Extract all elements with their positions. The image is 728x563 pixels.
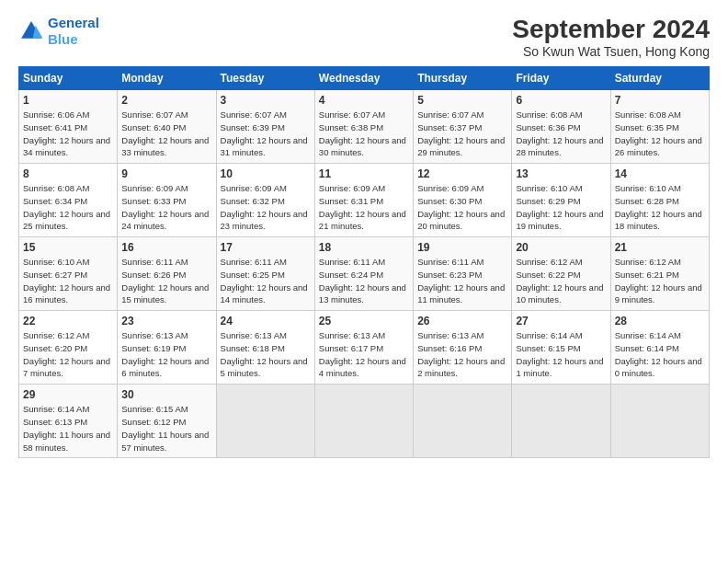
list-item: 2Sunrise: 6:07 AMSunset: 6:40 PMDaylight… [118, 90, 216, 164]
col-sunday: Sunday [19, 67, 118, 90]
day-number: 20 [516, 241, 606, 254]
day-info: Sunrise: 6:07 AMSunset: 6:39 PMDaylight:… [221, 109, 311, 159]
day-info: Sunrise: 6:08 AMSunset: 6:34 PMDaylight:… [23, 182, 113, 233]
list-item: 29Sunrise: 6:14 AMSunset: 6:13 PMDayligh… [19, 385, 118, 458]
day-info: Sunrise: 6:10 AMSunset: 6:27 PMDaylight:… [23, 256, 113, 306]
day-number: 10 [221, 167, 311, 180]
day-number: 5 [417, 94, 507, 107]
calendar-body: 1Sunrise: 6:06 AMSunset: 6:41 PMDaylight… [19, 90, 710, 458]
day-number: 12 [417, 167, 507, 180]
list-item: 28Sunrise: 6:14 AMSunset: 6:14 PMDayligh… [610, 311, 709, 385]
list-item: 17Sunrise: 6:11 AMSunset: 6:25 PMDayligh… [216, 237, 314, 311]
day-number: 23 [121, 315, 211, 327]
day-info: Sunrise: 6:11 AMSunset: 6:24 PMDaylight:… [319, 256, 409, 306]
page-subtitle: So Kwun Wat Tsuen, Hong Kong [512, 44, 710, 59]
col-thursday: Thursday [414, 67, 512, 90]
day-info: Sunrise: 6:09 AMSunset: 6:31 PMDaylight:… [319, 182, 409, 233]
day-info: Sunrise: 6:12 AMSunset: 6:21 PMDaylight:… [615, 256, 705, 306]
logo-text: General Blue [48, 15, 99, 48]
day-info: Sunrise: 6:14 AMSunset: 6:15 PMDaylight:… [516, 329, 606, 380]
day-info: Sunrise: 6:13 AMSunset: 6:18 PMDaylight:… [221, 329, 311, 380]
table-row: 15Sunrise: 6:10 AMSunset: 6:27 PMDayligh… [19, 237, 710, 311]
list-item: 23Sunrise: 6:13 AMSunset: 6:19 PMDayligh… [118, 311, 216, 385]
day-number: 7 [615, 94, 705, 107]
day-info: Sunrise: 6:15 AMSunset: 6:12 PMDaylight:… [121, 403, 211, 454]
day-number: 4 [319, 94, 409, 107]
list-item: 10Sunrise: 6:09 AMSunset: 6:32 PMDayligh… [216, 164, 314, 237]
list-item: 15Sunrise: 6:10 AMSunset: 6:27 PMDayligh… [19, 237, 118, 311]
day-info: Sunrise: 6:13 AMSunset: 6:16 PMDaylight:… [417, 329, 507, 380]
day-info: Sunrise: 6:07 AMSunset: 6:37 PMDaylight:… [417, 109, 507, 159]
day-number: 25 [319, 315, 409, 327]
header: General Blue September 2024 So Kwun Wat … [18, 15, 710, 59]
day-number: 6 [516, 94, 606, 107]
day-number: 29 [23, 388, 113, 401]
list-item [610, 385, 709, 458]
table-row: 29Sunrise: 6:14 AMSunset: 6:13 PMDayligh… [19, 385, 710, 458]
day-info: Sunrise: 6:06 AMSunset: 6:41 PMDaylight:… [23, 109, 113, 159]
table-row: 22Sunrise: 6:12 AMSunset: 6:20 PMDayligh… [19, 311, 710, 385]
day-number: 27 [516, 315, 606, 327]
list-item: 6Sunrise: 6:08 AMSunset: 6:36 PMDaylight… [512, 90, 610, 164]
day-number: 9 [121, 167, 211, 180]
table-row: 8Sunrise: 6:08 AMSunset: 6:34 PMDaylight… [19, 164, 710, 237]
day-info: Sunrise: 6:07 AMSunset: 6:40 PMDaylight:… [121, 109, 211, 159]
list-item: 26Sunrise: 6:13 AMSunset: 6:16 PMDayligh… [414, 311, 512, 385]
calendar-table: Sunday Monday Tuesday Wednesday Thursday… [18, 66, 710, 458]
day-number: 15 [23, 241, 113, 254]
col-monday: Monday [118, 67, 216, 90]
day-number: 3 [221, 94, 311, 107]
day-number: 30 [121, 388, 211, 401]
list-item: 24Sunrise: 6:13 AMSunset: 6:18 PMDayligh… [216, 311, 314, 385]
day-info: Sunrise: 6:09 AMSunset: 6:30 PMDaylight:… [417, 182, 507, 233]
day-number: 18 [319, 241, 409, 254]
list-item [512, 385, 610, 458]
logo-icon [18, 18, 44, 44]
list-item: 19Sunrise: 6:11 AMSunset: 6:23 PMDayligh… [414, 237, 512, 311]
day-info: Sunrise: 6:10 AMSunset: 6:28 PMDaylight:… [615, 182, 705, 233]
list-item: 3Sunrise: 6:07 AMSunset: 6:39 PMDaylight… [216, 90, 314, 164]
list-item: 21Sunrise: 6:12 AMSunset: 6:21 PMDayligh… [610, 237, 709, 311]
col-friday: Friday [512, 67, 610, 90]
list-item: 27Sunrise: 6:14 AMSunset: 6:15 PMDayligh… [512, 311, 610, 385]
list-item: 25Sunrise: 6:13 AMSunset: 6:17 PMDayligh… [314, 311, 413, 385]
page-title: September 2024 [512, 15, 710, 44]
col-saturday: Saturday [610, 67, 709, 90]
day-number: 1 [23, 94, 113, 107]
page: General Blue September 2024 So Kwun Wat … [0, 0, 728, 563]
day-info: Sunrise: 6:09 AMSunset: 6:33 PMDaylight:… [121, 182, 211, 233]
day-number: 26 [417, 315, 507, 327]
day-info: Sunrise: 6:08 AMSunset: 6:35 PMDaylight:… [615, 109, 705, 159]
day-info: Sunrise: 6:13 AMSunset: 6:19 PMDaylight:… [121, 329, 211, 380]
list-item [216, 385, 314, 458]
header-row: Sunday Monday Tuesday Wednesday Thursday… [19, 67, 710, 90]
day-info: Sunrise: 6:14 AMSunset: 6:14 PMDaylight:… [615, 329, 705, 380]
day-number: 21 [615, 241, 705, 254]
day-number: 28 [615, 315, 705, 327]
day-info: Sunrise: 6:07 AMSunset: 6:38 PMDaylight:… [319, 109, 409, 159]
list-item: 4Sunrise: 6:07 AMSunset: 6:38 PMDaylight… [314, 90, 413, 164]
day-info: Sunrise: 6:12 AMSunset: 6:20 PMDaylight:… [23, 329, 113, 380]
list-item: 22Sunrise: 6:12 AMSunset: 6:20 PMDayligh… [19, 311, 118, 385]
day-info: Sunrise: 6:11 AMSunset: 6:26 PMDaylight:… [121, 256, 211, 306]
list-item: 18Sunrise: 6:11 AMSunset: 6:24 PMDayligh… [314, 237, 413, 311]
logo: General Blue [18, 15, 99, 48]
list-item: 8Sunrise: 6:08 AMSunset: 6:34 PMDaylight… [19, 164, 118, 237]
day-number: 2 [121, 94, 211, 107]
list-item: 16Sunrise: 6:11 AMSunset: 6:26 PMDayligh… [118, 237, 216, 311]
day-number: 8 [23, 167, 113, 180]
col-wednesday: Wednesday [314, 67, 413, 90]
title-block: September 2024 So Kwun Wat Tsuen, Hong K… [512, 15, 710, 59]
list-item: 12Sunrise: 6:09 AMSunset: 6:30 PMDayligh… [414, 164, 512, 237]
day-info: Sunrise: 6:13 AMSunset: 6:17 PMDaylight:… [319, 329, 409, 380]
day-number: 17 [221, 241, 311, 254]
day-number: 22 [23, 315, 113, 327]
list-item: 5Sunrise: 6:07 AMSunset: 6:37 PMDaylight… [414, 90, 512, 164]
day-number: 14 [615, 167, 705, 180]
day-number: 24 [221, 315, 311, 327]
day-info: Sunrise: 6:11 AMSunset: 6:25 PMDaylight:… [221, 256, 311, 306]
list-item: 11Sunrise: 6:09 AMSunset: 6:31 PMDayligh… [314, 164, 413, 237]
day-info: Sunrise: 6:11 AMSunset: 6:23 PMDaylight:… [417, 256, 507, 306]
list-item: 30Sunrise: 6:15 AMSunset: 6:12 PMDayligh… [118, 385, 216, 458]
list-item [414, 385, 512, 458]
